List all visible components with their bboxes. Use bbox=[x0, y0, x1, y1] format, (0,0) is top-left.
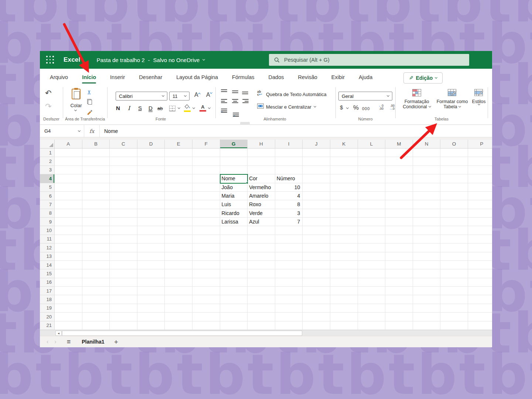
row-header-14[interactable]: 14 bbox=[40, 261, 55, 269]
cell-B13[interactable] bbox=[82, 252, 110, 261]
cell-D2[interactable] bbox=[137, 157, 165, 166]
cell-C13[interactable] bbox=[110, 252, 137, 261]
cell-B15[interactable] bbox=[82, 269, 110, 278]
cell-M5[interactable] bbox=[385, 183, 413, 192]
cell-G7[interactable]: Luis bbox=[220, 200, 248, 209]
cell-H21[interactable] bbox=[248, 321, 275, 330]
next-sheet-button[interactable]: › bbox=[54, 338, 56, 345]
cell-M3[interactable] bbox=[385, 166, 413, 174]
cell-C3[interactable] bbox=[110, 166, 137, 174]
cell-N9[interactable] bbox=[413, 218, 441, 226]
comma-format-button[interactable]: 000 bbox=[362, 106, 370, 111]
cell-L13[interactable] bbox=[358, 252, 386, 261]
tab-fórmulas[interactable]: Fórmulas bbox=[232, 69, 254, 86]
tab-dados[interactable]: Dados bbox=[269, 69, 284, 86]
cell-K15[interactable] bbox=[330, 269, 358, 278]
save-status[interactable]: Salvo no OneDrive bbox=[153, 57, 200, 63]
cell-P2[interactable] bbox=[468, 157, 492, 166]
select-all-corner[interactable] bbox=[40, 140, 55, 149]
cell-B11[interactable] bbox=[82, 235, 110, 243]
row-header-20[interactable]: 20 bbox=[40, 313, 55, 321]
cell-D1[interactable] bbox=[137, 149, 165, 157]
cell-N2[interactable] bbox=[413, 157, 441, 166]
cell-P16[interactable] bbox=[468, 278, 492, 287]
cell-H11[interactable] bbox=[248, 235, 275, 243]
cell-F10[interactable] bbox=[192, 226, 220, 235]
all-sheets-menu-icon[interactable]: ≡ bbox=[67, 338, 71, 346]
cell-G18[interactable] bbox=[220, 295, 248, 304]
cell-D3[interactable] bbox=[137, 166, 165, 174]
cell-H9[interactable]: Azul bbox=[248, 218, 275, 226]
cell-K8[interactable] bbox=[330, 209, 358, 218]
cell-C5[interactable] bbox=[110, 183, 137, 192]
decrease-font-size-button[interactable]: A bbox=[206, 92, 212, 98]
cell-H13[interactable] bbox=[248, 252, 275, 261]
cell-I2[interactable] bbox=[275, 157, 303, 166]
align-middle-button[interactable] bbox=[232, 91, 238, 93]
cell-B17[interactable] bbox=[82, 287, 110, 295]
row-header-13[interactable]: 13 bbox=[40, 252, 55, 261]
cell-M20[interactable] bbox=[385, 313, 413, 321]
cell-D16[interactable] bbox=[137, 278, 165, 287]
cell-A9[interactable] bbox=[55, 218, 82, 226]
cell-M21[interactable] bbox=[385, 321, 413, 330]
cell-L19[interactable] bbox=[358, 304, 386, 313]
cell-L9[interactable] bbox=[358, 218, 386, 226]
cell-O7[interactable] bbox=[440, 200, 468, 209]
cell-O11[interactable] bbox=[440, 235, 468, 243]
cell-M6[interactable] bbox=[385, 192, 413, 200]
cell-J10[interactable] bbox=[303, 226, 330, 235]
column-header-A[interactable]: A bbox=[55, 140, 82, 149]
cell-D14[interactable] bbox=[137, 261, 165, 269]
cell-J5[interactable] bbox=[303, 183, 330, 192]
cell-B4[interactable] bbox=[82, 174, 110, 183]
cell-L6[interactable] bbox=[358, 192, 386, 200]
underline-button[interactable]: S bbox=[138, 105, 142, 111]
cell-D4[interactable] bbox=[137, 174, 165, 183]
cell-N1[interactable] bbox=[413, 149, 441, 157]
font-color-chevron-icon[interactable] bbox=[208, 106, 211, 109]
cell-H14[interactable] bbox=[248, 261, 275, 269]
align-center-button[interactable] bbox=[232, 99, 238, 103]
cell-H3[interactable] bbox=[248, 166, 275, 174]
cell-M9[interactable] bbox=[385, 218, 413, 226]
column-header-K[interactable]: K bbox=[330, 140, 358, 149]
cell-F16[interactable] bbox=[192, 278, 220, 287]
cell-C16[interactable] bbox=[110, 278, 137, 287]
cell-E8[interactable] bbox=[165, 209, 192, 218]
cell-I9[interactable]: 7 bbox=[275, 218, 303, 226]
cell-N10[interactable] bbox=[413, 226, 441, 235]
cell-L10[interactable] bbox=[358, 226, 386, 235]
cell-L3[interactable] bbox=[358, 166, 386, 174]
cell-J20[interactable] bbox=[303, 313, 330, 321]
cell-I5[interactable]: 10 bbox=[275, 183, 303, 192]
cell-C11[interactable] bbox=[110, 235, 137, 243]
scrollbar-thumb[interactable] bbox=[62, 331, 302, 336]
cell-H19[interactable] bbox=[248, 304, 275, 313]
cell-A18[interactable] bbox=[55, 295, 82, 304]
cell-G8[interactable]: Ricardo bbox=[220, 209, 248, 218]
cell-L7[interactable] bbox=[358, 200, 386, 209]
cell-F11[interactable] bbox=[192, 235, 220, 243]
cell-P15[interactable] bbox=[468, 269, 492, 278]
cell-F14[interactable] bbox=[192, 261, 220, 269]
cell-E15[interactable] bbox=[165, 269, 192, 278]
font-color-button[interactable]: A bbox=[200, 104, 206, 112]
prev-sheet-button[interactable]: ‹ bbox=[47, 338, 48, 345]
decrease-decimal-button[interactable]: .00 →.0 bbox=[386, 104, 395, 110]
cell-N17[interactable] bbox=[413, 287, 441, 295]
row-header-12[interactable]: 12 bbox=[40, 243, 55, 252]
row-header-4[interactable]: 4 bbox=[40, 174, 55, 183]
cell-J21[interactable] bbox=[303, 321, 330, 330]
cell-I13[interactable] bbox=[275, 252, 303, 261]
tab-desenhar[interactable]: Desenhar bbox=[139, 69, 162, 86]
cell-A8[interactable] bbox=[55, 209, 82, 218]
cell-P10[interactable] bbox=[468, 226, 492, 235]
cell-E7[interactable] bbox=[165, 200, 192, 209]
row-header-2[interactable]: 2 bbox=[40, 157, 55, 166]
row-header-18[interactable]: 18 bbox=[40, 295, 55, 304]
column-header-D[interactable]: D bbox=[137, 140, 165, 149]
cell-H17[interactable] bbox=[248, 287, 275, 295]
cell-G19[interactable] bbox=[220, 304, 248, 313]
cell-I8[interactable]: 3 bbox=[275, 209, 303, 218]
